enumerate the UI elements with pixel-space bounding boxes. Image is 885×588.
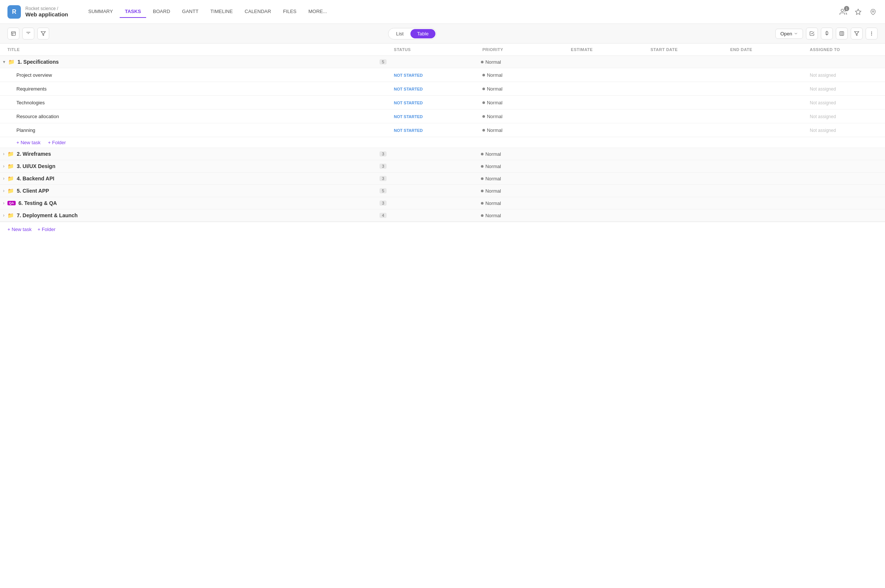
task-title[interactable]: Requirements: [0, 82, 389, 96]
task-assigned-to: Not assigned: [805, 68, 885, 82]
sort-btn[interactable]: [821, 28, 833, 39]
task-status[interactable]: NOT STARTED: [389, 110, 478, 123]
group-status-cell: [389, 209, 478, 222]
group-enddate-cell: [726, 209, 805, 222]
group-chevron[interactable]: ▾: [3, 59, 5, 64]
task-priority: Normal: [478, 96, 566, 110]
group-priority-cell: Normal: [478, 160, 566, 172]
task-title[interactable]: Resource allocation: [0, 110, 389, 123]
group-status-cell: [389, 56, 478, 68]
col-title: TITLE: [0, 44, 389, 56]
nav-gantt[interactable]: GANTT: [177, 6, 204, 18]
group-chevron[interactable]: ›: [3, 164, 5, 169]
svg-point-2: [872, 10, 874, 12]
group-enddate-cell: [726, 56, 805, 68]
pin-icon[interactable]: [868, 8, 877, 16]
columns-btn[interactable]: [836, 28, 848, 39]
folder-icon: 📁: [8, 212, 14, 218]
task-priority: Normal: [478, 82, 566, 96]
open-dropdown-btn[interactable]: Open: [775, 29, 803, 39]
svg-point-0: [841, 9, 844, 12]
table-container: TITLE STATUS PRIORITY ESTIMATE START DAT…: [0, 44, 885, 222]
bottom-new-task-btn[interactable]: + New task: [8, 226, 32, 232]
checkbox-btn[interactable]: [806, 28, 818, 39]
task-status[interactable]: NOT STARTED: [389, 96, 478, 110]
group-name: 6. Testing & QA: [19, 200, 57, 206]
nav-timeline[interactable]: TIMELINE: [205, 6, 238, 18]
group-assignedto-cell: [805, 148, 885, 160]
group-priority-cell: Normal: [478, 172, 566, 185]
task-title[interactable]: Technologies: [0, 96, 389, 110]
task-status[interactable]: NOT STARTED: [389, 82, 478, 96]
group-name: 1. Specifications: [18, 59, 59, 65]
more-options-btn[interactable]: [865, 28, 877, 39]
task-start-date: [646, 110, 726, 123]
main-nav: SUMMARY TASKS BOARD GANTT TIMELINE CALEN…: [83, 6, 839, 18]
group-estimate-cell: [566, 148, 646, 160]
user-icon[interactable]: 1: [839, 8, 848, 16]
top-bar-right: 1: [839, 8, 877, 16]
task-estimate: [566, 123, 646, 137]
task-start-date: [646, 82, 726, 96]
filter-action-btn[interactable]: [851, 28, 862, 39]
nav-board[interactable]: BOARD: [147, 6, 175, 18]
table-row: Requirements NOT STARTED Normal Not assi…: [0, 82, 885, 96]
group-startdate-cell: [646, 56, 726, 68]
project-parent: Rocket science /: [26, 6, 68, 11]
task-end-date: [726, 82, 805, 96]
task-status[interactable]: NOT STARTED: [389, 68, 478, 82]
nav-calendar[interactable]: CALENDAR: [239, 6, 276, 18]
table-row: Planning NOT STARTED Normal Not assigned: [0, 123, 885, 137]
nav-more[interactable]: MORE...: [303, 6, 332, 18]
table-view-btn[interactable]: Table: [410, 29, 436, 38]
group-assignedto-cell: [805, 185, 885, 197]
task-start-date: [646, 123, 726, 137]
add-new-task-btn[interactable]: + New task: [17, 140, 41, 146]
nav-files[interactable]: FILES: [278, 6, 302, 18]
toolbar: List Table Open: [0, 24, 885, 44]
bottom-add-folder-btn[interactable]: + Folder: [38, 226, 56, 232]
group-startdate-cell: [646, 148, 726, 160]
task-title[interactable]: Planning: [0, 123, 389, 137]
filter-btn[interactable]: [37, 28, 49, 39]
group-chevron[interactable]: ›: [3, 188, 5, 194]
task-priority: Normal: [478, 123, 566, 137]
group-row: › 📁 5. Client APP 5 Normal: [0, 185, 885, 197]
nav-summary[interactable]: SUMMARY: [83, 6, 118, 18]
group-enddate-cell: [726, 185, 805, 197]
group-row: › 📁 7. Deployment & Launch 4 Normal: [0, 209, 885, 222]
task-table: TITLE STATUS PRIORITY ESTIMATE START DAT…: [0, 44, 885, 222]
list-view-btn[interactable]: List: [389, 29, 410, 38]
task-assigned-to: Not assigned: [805, 96, 885, 110]
task-status[interactable]: NOT STARTED: [389, 123, 478, 137]
group-row: › 📁 2. Wireframes 3 Normal: [0, 148, 885, 160]
group-chevron[interactable]: ›: [3, 201, 5, 206]
star-icon[interactable]: [854, 8, 862, 16]
add-folder-btn[interactable]: + Folder: [48, 140, 66, 146]
add-task-row: + New task + Folder: [0, 137, 885, 148]
group-chevron[interactable]: ›: [3, 151, 5, 156]
group-chevron[interactable]: ›: [3, 213, 5, 218]
group-chevron[interactable]: ›: [3, 176, 5, 181]
group-count: 4: [380, 213, 386, 218]
task-estimate: [566, 68, 646, 82]
folder-icon: 📁: [8, 59, 15, 65]
group-row: › 📁 3. UI/UX Design 3 Normal: [0, 160, 885, 172]
expand-icon-btn[interactable]: [8, 28, 20, 39]
task-end-date: [726, 110, 805, 123]
svg-marker-1: [855, 9, 861, 14]
task-assigned-to: Not assigned: [805, 110, 885, 123]
col-end-date: END DATE: [726, 44, 805, 56]
group-assignedto-cell: [805, 160, 885, 172]
group-startdate-cell: [646, 185, 726, 197]
group-priority: Normal: [485, 59, 501, 65]
filter-sort-btn[interactable]: [23, 28, 34, 39]
group-priority: Normal: [485, 151, 501, 157]
svg-rect-3: [12, 32, 16, 36]
group-estimate-cell: [566, 209, 646, 222]
group-status-cell: [389, 172, 478, 185]
nav-tasks[interactable]: TASKS: [120, 6, 146, 18]
task-title[interactable]: Project overview: [0, 68, 389, 82]
table-row: Technologies NOT STARTED Normal Not assi…: [0, 96, 885, 110]
svg-marker-12: [855, 32, 859, 36]
